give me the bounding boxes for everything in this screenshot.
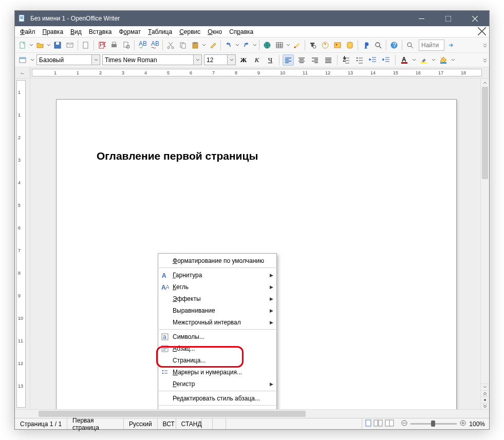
ctx--[interactable]: Регистр▶ (158, 378, 276, 390)
find-input[interactable] (419, 42, 444, 49)
minimize-button[interactable] (410, 11, 433, 26)
highlight-button[interactable] (418, 54, 430, 66)
undo-dropdown[interactable] (235, 41, 239, 49)
horizontal-scrollbar[interactable] (30, 410, 480, 418)
maximize-button[interactable] (437, 11, 459, 26)
background-color-button[interactable] (438, 54, 449, 66)
copy-button[interactable] (177, 40, 189, 51)
find-replace-button[interactable] (307, 40, 319, 51)
vertical-scroll-thumb[interactable] (482, 87, 488, 179)
navigation-button[interactable] (481, 396, 489, 403)
underline-button[interactable]: Ч (265, 54, 276, 66)
save-button[interactable] (52, 40, 63, 51)
undo-button[interactable] (223, 40, 234, 51)
font-size-input[interactable] (204, 56, 227, 64)
ctx--[interactable]: Абзац... (158, 342, 276, 354)
zoom-in-button[interactable] (460, 420, 466, 428)
format-paintbrush-button[interactable] (207, 40, 218, 51)
align-right-button[interactable] (309, 54, 321, 66)
font-name-input[interactable] (103, 56, 193, 64)
ctx--[interactable]: aСимволы... (158, 331, 276, 342)
book-view-icon[interactable] (385, 419, 394, 428)
align-justify-button[interactable] (323, 54, 334, 66)
menu-help[interactable]: Справка (226, 27, 256, 36)
new-dropdown[interactable] (29, 41, 33, 49)
zoom-knob[interactable] (431, 420, 435, 427)
background-color-dropdown[interactable] (451, 56, 455, 64)
find-field[interactable] (419, 40, 444, 51)
styles-button[interactable] (17, 54, 28, 66)
menu-file[interactable]: Файл (17, 27, 39, 36)
paragraph-style-dropdown[interactable] (91, 55, 100, 65)
ctx--[interactable]: Выравнивание▶ (158, 304, 276, 316)
toolbar-overflow[interactable] (483, 41, 487, 49)
status-signature[interactable] (213, 418, 226, 429)
zoom-button[interactable] (372, 40, 384, 51)
hyperlink-button[interactable] (262, 40, 273, 51)
nonprinting-button[interactable] (360, 40, 371, 51)
single-page-icon[interactable] (365, 419, 371, 428)
close-button[interactable] (463, 11, 486, 26)
next-page-button[interactable] (481, 403, 489, 410)
status-insert[interactable]: ВСТ (158, 418, 176, 429)
open-dropdown[interactable] (47, 41, 51, 49)
decrease-indent-button[interactable] (367, 54, 379, 66)
paragraph-style-combo[interactable] (36, 54, 100, 65)
redo-button[interactable] (240, 40, 252, 51)
font-size-combo[interactable] (204, 54, 236, 65)
styles-dropdown-arrow[interactable] (30, 56, 34, 64)
spellcheck-button[interactable]: ABC (137, 40, 148, 51)
vertical-scrollbar[interactable] (480, 79, 489, 409)
bold-button[interactable]: Ж (238, 54, 249, 66)
ctx--[interactable]: Редактировать стиль абзаца... (158, 392, 276, 404)
export-pdf-button[interactable]: PDF (96, 40, 107, 51)
paste-dropdown[interactable] (202, 41, 206, 49)
increase-indent-button[interactable] (381, 54, 392, 66)
show-draw-button[interactable] (291, 40, 303, 51)
gallery-button[interactable] (332, 40, 343, 51)
table-button[interactable] (274, 40, 285, 51)
edit-file-button[interactable] (80, 40, 91, 51)
find-toolbar-icon[interactable] (404, 40, 416, 51)
scroll-down-button[interactable] (481, 384, 489, 390)
new-button[interactable] (17, 40, 28, 51)
table-dropdown[interactable] (286, 41, 290, 49)
highlight-dropdown[interactable] (432, 56, 436, 64)
ctx--[interactable]: AГарнитура▶ (158, 269, 276, 281)
find-next-button[interactable] (445, 40, 457, 51)
navigator-button[interactable] (320, 40, 331, 51)
status-language[interactable]: Русский (124, 418, 158, 429)
ctx--[interactable]: Форматирование по умолчанию (158, 255, 276, 266)
ctx--[interactable]: AAКегль▶ (158, 281, 276, 293)
paragraph-style-input[interactable] (37, 56, 91, 64)
ctx--[interactable]: Межстрочный интервал▶ (158, 316, 276, 328)
ctx--[interactable]: Вставить (158, 407, 276, 409)
ctx--[interactable]: Страница... (158, 354, 276, 366)
menu-tools[interactable]: Сервис (176, 27, 203, 36)
menu-insert[interactable]: Вставка (86, 27, 115, 36)
font-size-dropdown[interactable] (227, 55, 235, 65)
align-center-button[interactable] (296, 54, 307, 66)
ctx--[interactable]: Маркеры и нумерация... (158, 366, 276, 378)
horizontal-ruler[interactable]: 1123456789101112131415161718 (32, 69, 482, 76)
zoom-out-button[interactable] (401, 420, 407, 428)
font-name-dropdown[interactable] (193, 55, 201, 65)
menu-window[interactable]: Окно (204, 27, 225, 36)
document-area[interactable]: Оглавление первой страницы Форматировани… (30, 79, 480, 409)
vertical-ruler[interactable]: 112345678910111213 (16, 80, 26, 408)
prev-page-button[interactable] (481, 390, 489, 397)
datasources-button[interactable] (344, 40, 356, 51)
redo-dropdown[interactable] (253, 41, 257, 49)
heading-text[interactable]: Оглавление первой страницы (97, 150, 416, 162)
cut-button[interactable] (165, 40, 176, 51)
multi-page-icon[interactable] (374, 419, 383, 428)
ctx--[interactable]: Эффекты▶ (158, 293, 276, 304)
open-button[interactable] (34, 40, 46, 51)
formatbar-overflow[interactable] (483, 56, 487, 64)
status-selection-mode[interactable]: СТАНД (176, 418, 202, 429)
menu-format[interactable]: Формат (116, 27, 144, 36)
italic-button[interactable]: К (251, 54, 263, 66)
horizontal-scroll-thumb[interactable] (39, 411, 306, 417)
paste-button[interactable] (190, 40, 201, 51)
close-document-button[interactable] (478, 27, 486, 35)
